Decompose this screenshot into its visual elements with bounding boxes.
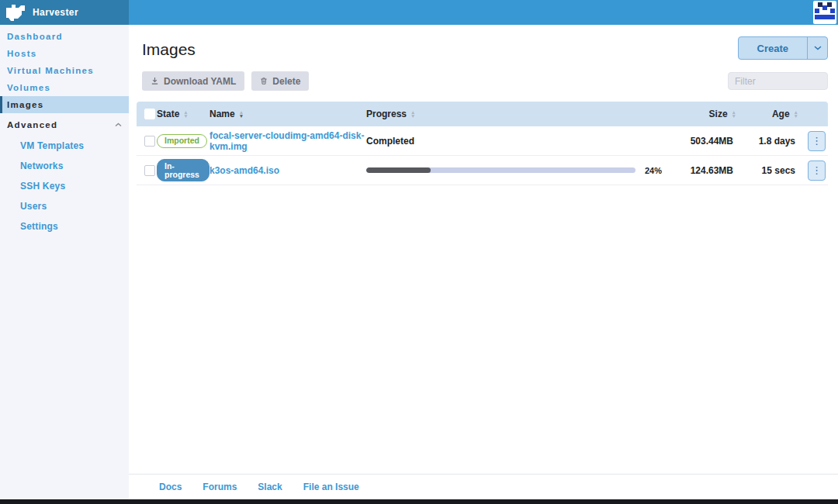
sidebar-item-ssh-keys[interactable]: SSH Keys <box>0 176 129 196</box>
sidebar-item-networks[interactable]: Networks <box>0 156 129 176</box>
row-actions-menu-button[interactable]: ⋮ <box>808 131 826 151</box>
footer-link-docs[interactable]: Docs <box>159 482 182 492</box>
column-header-age[interactable]: Age ▲▼ <box>736 109 798 119</box>
image-name-link[interactable]: focal-server-cloudimg-amd64-disk-kvm.img <box>210 130 364 152</box>
sort-icon: ▲▼ <box>239 110 244 118</box>
column-header-size[interactable]: Size ▲▼ <box>671 109 736 119</box>
table-row: Imported focal-server-cloudimg-amd64-dis… <box>137 126 828 156</box>
column-header-progress[interactable]: Progress ▲▼ <box>366 109 671 119</box>
page-title: Images <box>142 36 196 59</box>
harvester-logo-icon <box>5 4 26 21</box>
sidebar: Dashboard Hosts Virtual Machines Volumes… <box>0 25 129 499</box>
progress-bar <box>366 167 635 173</box>
sort-icon: ▲▼ <box>183 110 188 118</box>
user-avatar[interactable] <box>813 1 836 24</box>
bottom-strip <box>0 499 838 504</box>
sidebar-item-dashboard[interactable]: Dashboard <box>0 28 129 45</box>
sidebar-item-images[interactable]: Images <box>0 96 129 113</box>
table-row: In-progress k3os-amd64.iso 24% 124.63MB … <box>137 156 828 185</box>
sidebar-group-advanced[interactable]: Advanced <box>0 113 129 136</box>
filter-input[interactable] <box>728 72 828 90</box>
row-checkbox[interactable] <box>144 165 155 176</box>
create-split-button: Create <box>738 36 828 60</box>
table-header-row: State ▲▼ Name ▲▼ Progress ▲▼ Size ▲▼ Age <box>137 102 828 126</box>
trash-icon <box>260 77 268 85</box>
age-cell: 1.8 days <box>736 136 798 147</box>
sidebar-item-volumes[interactable]: Volumes <box>0 79 129 96</box>
progress-status-text: Completed <box>366 136 414 147</box>
status-badge: In-progress <box>157 159 210 181</box>
brand-home-link[interactable]: Harvester <box>0 0 129 25</box>
sidebar-item-users[interactable]: Users <box>0 196 129 216</box>
sidebar-item-virtual-machines[interactable]: Virtual Machines <box>0 62 129 79</box>
chevron-down-icon <box>814 46 822 50</box>
download-yaml-button[interactable]: Download YAML <box>142 71 244 91</box>
select-all-checkbox[interactable] <box>144 109 155 119</box>
size-cell: 503.44MB <box>671 136 736 147</box>
delete-button[interactable]: Delete <box>251 71 309 91</box>
chevron-up-icon <box>115 123 122 127</box>
sidebar-item-hosts[interactable]: Hosts <box>0 45 129 62</box>
brand-label: Harvester <box>33 7 78 18</box>
topbar: Harvester <box>0 0 838 25</box>
images-table: State ▲▼ Name ▲▼ Progress ▲▼ Size ▲▼ Age <box>137 102 828 185</box>
main-content: Images Create Down <box>129 25 838 499</box>
row-checkbox[interactable] <box>144 136 155 147</box>
sort-icon: ▲▼ <box>410 110 415 118</box>
sidebar-group-label: Advanced <box>7 120 57 129</box>
footer-link-forums[interactable]: Forums <box>203 482 237 492</box>
column-header-state[interactable]: State ▲▼ <box>157 109 210 119</box>
sidebar-item-vm-templates[interactable]: VM Templates <box>0 136 129 156</box>
kebab-icon: ⋮ <box>812 135 822 147</box>
size-cell: 124.63MB <box>671 165 736 176</box>
sort-icon: ▲▼ <box>794 110 798 118</box>
sidebar-item-settings[interactable]: Settings <box>0 216 129 236</box>
page-footer: Docs Forums Slack File an Issue <box>129 474 838 499</box>
footer-link-file-an-issue[interactable]: File an Issue <box>303 482 359 492</box>
progress-bar-fill <box>366 167 431 173</box>
create-dropdown-toggle[interactable] <box>807 37 827 59</box>
row-actions-menu-button[interactable]: ⋮ <box>808 161 826 181</box>
column-header-name[interactable]: Name ▲▼ <box>210 109 366 119</box>
download-icon <box>151 77 159 85</box>
footer-link-slack[interactable]: Slack <box>258 482 282 492</box>
image-name-link[interactable]: k3os-amd64.iso <box>210 165 279 176</box>
progress-percent-label: 24% <box>635 166 662 175</box>
create-button[interactable]: Create <box>739 37 807 59</box>
status-badge: Imported <box>157 134 207 148</box>
kebab-icon: ⋮ <box>812 164 822 176</box>
topbar-right <box>129 0 838 25</box>
age-cell: 15 secs <box>736 165 798 176</box>
